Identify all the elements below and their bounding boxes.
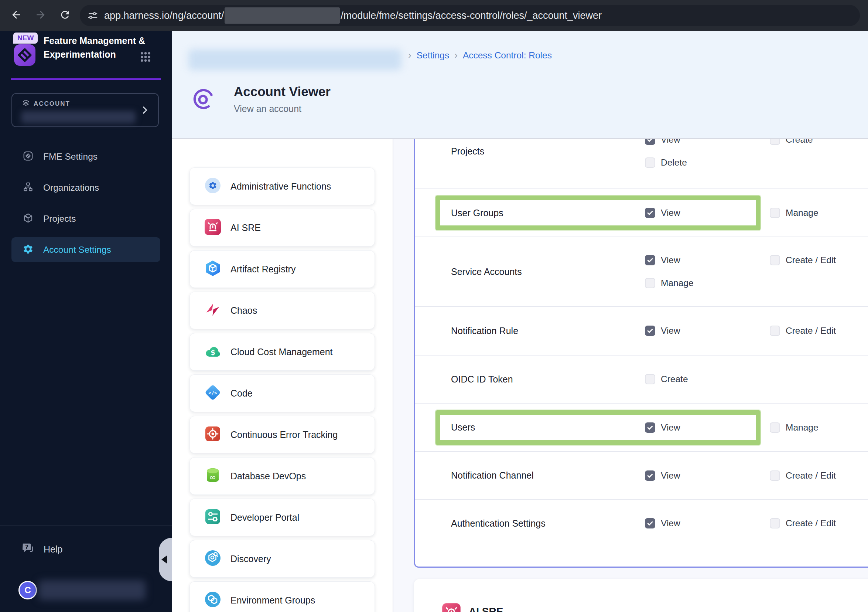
account-name-redacted	[21, 111, 136, 123]
permission-row-service-accounts: Service AccountsViewCreate / EditManage	[415, 236, 868, 306]
sidebar-item-account-settings[interactable]: Account Settings	[11, 237, 160, 262]
permissions-card: ProjectsViewCreateDeleteUser GroupsViewM…	[414, 139, 868, 568]
checkbox-checked[interactable]	[645, 422, 655, 433]
checkbox-checked[interactable]	[645, 518, 655, 528]
permission-label: View	[661, 326, 680, 336]
fme-logo-icon[interactable]	[14, 44, 36, 66]
permission-create-edit: Create / Edit	[770, 518, 868, 528]
module-grid-icon[interactable]	[140, 51, 152, 63]
module-card-cloud-cost-management[interactable]: $Cloud Cost Management	[189, 333, 375, 371]
module-label: Discovery	[231, 554, 271, 564]
site-settings-icon[interactable]	[87, 10, 98, 21]
resource-label: Projects	[451, 146, 645, 157]
module-card-chaos[interactable]: Chaos	[189, 292, 375, 329]
reload-icon	[59, 9, 71, 22]
resource-label: User Groups	[451, 208, 645, 218]
browser-toolbar: app.harness.io/ng/account/ /module/fme/s…	[0, 0, 868, 31]
next-section-title: AI SRE	[469, 606, 503, 612]
permission-view: View	[645, 326, 770, 336]
permission-row-authentication-settings: Authentication SettingsViewCreate / Edit	[415, 499, 868, 567]
permission-manage: Manage	[645, 278, 770, 288]
module-card-database-devops[interactable]: ∞Database DevOps	[189, 457, 375, 495]
sidebar-nav: FME SettingsOrganizationsProjectsAccount…	[11, 144, 160, 268]
checkbox-unchecked[interactable]	[770, 422, 780, 433]
resource-label: Notification Rule	[451, 326, 645, 336]
checkbox-checked[interactable]	[645, 208, 655, 218]
breadcrumb: ›Settings›Access Control: Roles	[408, 50, 552, 61]
breadcrumb-separator: ›	[454, 50, 458, 61]
module-card-code[interactable]: </>Code	[189, 374, 375, 412]
code-icon: </>	[204, 384, 222, 403]
checkbox-unchecked[interactable]	[770, 326, 780, 336]
sidebar-divider	[0, 525, 172, 526]
projects-icon	[23, 213, 34, 225]
database-devops-icon: ∞	[204, 466, 222, 486]
fme-settings-icon	[23, 151, 34, 163]
svg-text:$: $	[211, 348, 215, 356]
breadcrumb-link[interactable]: Settings	[417, 50, 450, 61]
checkbox-unchecked[interactable]	[770, 208, 780, 218]
module-card-developer-portal[interactable]: Developer Portal	[189, 499, 375, 536]
organizations-icon	[23, 182, 34, 194]
page-header: ›Settings›Access Control: Roles Account …	[172, 31, 868, 138]
permission-label: Manage	[661, 278, 694, 288]
module-label: Developer Portal	[231, 512, 299, 523]
module-card-artifact-registry[interactable]: Artifact Registry	[189, 250, 375, 288]
permission-label: Manage	[786, 208, 818, 218]
checkbox-unchecked[interactable]	[645, 278, 655, 288]
administrative-functions-icon	[204, 177, 222, 196]
sidebar-item-organizations[interactable]: Organizations	[11, 175, 160, 200]
reload-button[interactable]	[57, 8, 73, 24]
permission-row-oidc-id-token: OIDC ID TokenCreate	[415, 355, 868, 403]
permission-view: View	[645, 471, 770, 481]
module-card-administrative-functions[interactable]: Administrative Functions	[189, 168, 375, 205]
chaos-icon	[204, 301, 222, 320]
account-selector[interactable]: ACCOUNT	[11, 93, 159, 127]
permission-label: Create / Edit	[786, 518, 836, 528]
checkbox-checked[interactable]	[645, 139, 655, 145]
checkbox-unchecked[interactable]	[770, 139, 780, 145]
permission-label: View	[661, 255, 680, 266]
module-label: Database DevOps	[231, 471, 306, 482]
permission-label: View	[661, 208, 680, 218]
checkbox-checked[interactable]	[645, 326, 655, 336]
checkbox-unchecked[interactable]	[770, 518, 780, 528]
module-label: Code	[231, 388, 253, 399]
forward-button[interactable]	[33, 8, 49, 24]
checkbox-unchecked[interactable]	[645, 157, 655, 168]
user-avatar[interactable]: C	[19, 581, 37, 600]
sidebar-item-projects[interactable]: Projects	[11, 206, 160, 231]
sidebar-item-label: Organizations	[43, 183, 99, 193]
module-card-continuous-error-tracking[interactable]: Continuous Error Tracking	[189, 416, 375, 454]
sidebar-item-fme-settings[interactable]: FME Settings	[11, 144, 160, 169]
url-prefix: app.harness.io/ng/account/	[104, 10, 224, 22]
sidebar-item-label: FME Settings	[43, 152, 98, 162]
checkbox-unchecked[interactable]	[645, 374, 655, 384]
help-button[interactable]: ? Help	[21, 541, 62, 557]
breadcrumb-separator: ›	[408, 50, 411, 61]
module-card-ai-sre[interactable]: AI SRE	[189, 209, 375, 247]
module-card-environment-groups[interactable]: Environment Groups	[189, 581, 375, 612]
sidebar-collapse-handle[interactable]	[159, 538, 172, 581]
checkbox-unchecked[interactable]	[770, 255, 780, 266]
checkbox-checked[interactable]	[645, 471, 655, 481]
permission-delete: Delete	[645, 157, 770, 168]
brand-underline	[11, 78, 161, 80]
resource-label: Service Accounts	[451, 266, 645, 277]
checkbox-checked[interactable]	[645, 255, 655, 266]
svg-text:?: ?	[25, 544, 28, 551]
module-card-discovery[interactable]: Discovery	[189, 540, 375, 578]
back-button[interactable]	[8, 8, 24, 24]
permission-manage: Manage	[770, 208, 868, 218]
checkbox-unchecked[interactable]	[770, 471, 780, 481]
address-bar[interactable]: app.harness.io/ng/account/ /module/fme/s…	[80, 5, 860, 26]
module-label: AI SRE	[231, 222, 261, 233]
breadcrumb-link[interactable]: Access Control: Roles	[463, 50, 552, 61]
permission-create: Create	[645, 374, 770, 384]
permission-row-user-groups: User GroupsViewManage	[415, 188, 868, 236]
permission-label: View	[661, 422, 680, 433]
permission-view: View	[645, 518, 770, 528]
permission-row-users: UsersViewManage	[415, 403, 868, 451]
permission-label: Create / Edit	[786, 255, 836, 266]
url-text: app.harness.io/ng/account/ /module/fme/s…	[104, 8, 602, 24]
